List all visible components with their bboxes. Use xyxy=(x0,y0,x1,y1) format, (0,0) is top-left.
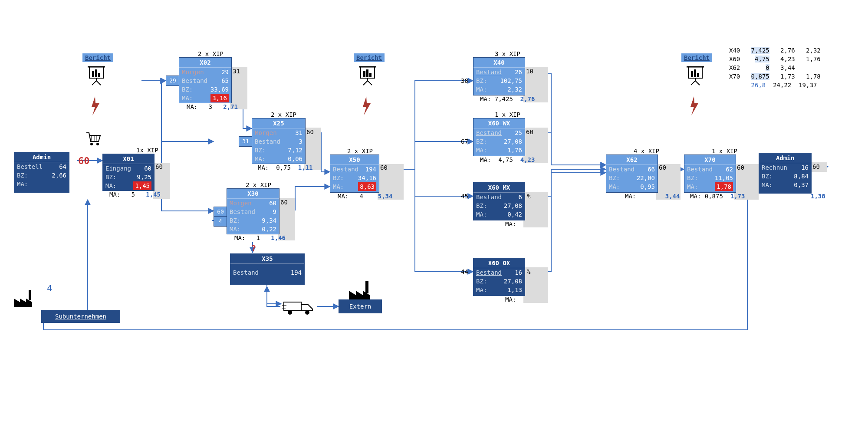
node-title: X60 WX xyxy=(473,118,525,128)
node-x30[interactable]: X30 Morgen60 Bestand9 BZ:9,34 MA:0,22 xyxy=(227,188,279,234)
flow-count: 44 xyxy=(461,268,468,275)
ma-footnote: MA: 0,875 1,73 xyxy=(690,193,777,200)
out-value: 10 xyxy=(526,68,533,75)
truck-icon xyxy=(282,299,317,316)
node-title: X25 xyxy=(252,118,305,128)
xip-label: 2 x XIP xyxy=(198,50,224,57)
ma-footnote: MA: xyxy=(505,220,592,227)
xip-label: 1x XIP xyxy=(136,147,158,154)
node-x02[interactable]: X02 Morgen29 Bestand65 BZ:33,69 MA:3,16 xyxy=(179,57,232,103)
svg-rect-19 xyxy=(694,69,696,77)
ma-footnote: MA: xyxy=(505,296,592,303)
node-title: X02 xyxy=(179,58,231,68)
node-admin-right[interactable]: Admin Rechnun16 BZ:8,84 MA:0,37 xyxy=(759,153,812,194)
node-x40[interactable]: X40 Bestand26 BZ:102,75 MA:2,32 xyxy=(473,57,525,95)
presentation-chart-icon xyxy=(358,65,377,86)
xip-label: 3 x XIP xyxy=(495,50,520,57)
ma-footnote: MA: 1 1,46 xyxy=(234,234,321,241)
svg-rect-18 xyxy=(691,71,693,77)
lightning-icon xyxy=(89,95,101,116)
side-in-60: 60 xyxy=(214,207,227,217)
side-in-4: 4 xyxy=(214,216,227,227)
node-x70[interactable]: X70 Bestand62 BZ:11,05 MA:1,78 xyxy=(684,155,736,193)
ma-footnote: 1,38 xyxy=(811,193,868,200)
input-qty-60: 60 xyxy=(78,155,90,166)
factory-icon xyxy=(347,278,372,302)
node-title: X50 xyxy=(330,155,379,165)
flow-count: 45 xyxy=(461,193,468,200)
out-value: % xyxy=(527,193,530,200)
question-mark: ? xyxy=(251,243,256,253)
node-title: X35 xyxy=(230,254,304,264)
bericht-tag-1[interactable]: Bericht xyxy=(82,53,113,62)
presentation-chart-icon xyxy=(87,65,106,86)
out-value: 60 xyxy=(306,128,314,135)
xip-label: 2 x XIP xyxy=(347,148,373,155)
out-value: 60 xyxy=(659,164,666,171)
node-x01[interactable]: X01 Eingang60 BZ:9,25 MA:1,45 xyxy=(102,154,155,191)
lightning-icon xyxy=(688,95,700,116)
out-value: 31 xyxy=(233,68,240,75)
sub-return-4: 4 xyxy=(47,283,52,293)
xip-label: 4 x XIP xyxy=(634,148,659,155)
svg-point-32 xyxy=(288,310,292,315)
node-admin-left[interactable]: Admin Bestell64 BZ:2,66 MA: xyxy=(14,152,69,193)
svg-rect-20 xyxy=(697,73,699,77)
node-extern[interactable]: Extern xyxy=(339,299,382,313)
svg-line-7 xyxy=(96,81,101,85)
out-value: 60 xyxy=(737,164,744,171)
ma-footnote: MA: 4,75 4,23 xyxy=(480,156,567,163)
node-x25[interactable]: X25 Morgen31 Bestand3 BZ:7,12 MA:0,06 xyxy=(252,118,306,164)
out-value: 60 xyxy=(526,128,533,135)
node-title: X01 xyxy=(103,154,154,164)
node-title: X40 xyxy=(473,58,525,68)
flow-count: 38 xyxy=(461,77,468,84)
node-x35[interactable]: X35 Bestand194 xyxy=(230,253,305,285)
out-value: 60 xyxy=(812,163,820,170)
svg-rect-29 xyxy=(29,290,31,300)
node-subunternehmen[interactable]: Subunternehmen xyxy=(41,310,120,323)
ma-footnote: MA: 4 5,34 xyxy=(338,193,424,200)
node-title: X60 OX xyxy=(473,258,525,268)
bericht-tag-3[interactable]: Bericht xyxy=(681,53,712,62)
svg-rect-3 xyxy=(95,69,97,77)
xip-label: 2 x XIP xyxy=(271,111,296,118)
xip-label: 1 x XIP xyxy=(712,148,737,155)
node-title: X60 MX xyxy=(473,183,525,193)
svg-rect-2 xyxy=(92,71,94,77)
node-x62[interactable]: X62 Bestand66 BZ:22,00 MA:0,95 xyxy=(606,155,658,193)
node-x50[interactable]: X50 Bestand194 BZ:34,16 MA:8,63 xyxy=(330,155,379,193)
side-in-31: 31 xyxy=(239,136,253,147)
shopping-cart-icon xyxy=(85,130,102,148)
node-title: X70 xyxy=(684,155,736,165)
svg-rect-4 xyxy=(98,73,100,77)
svg-point-24 xyxy=(90,143,93,145)
svg-line-6 xyxy=(92,81,96,85)
svg-line-23 xyxy=(695,81,700,85)
side-in-29: 29 xyxy=(166,76,180,86)
ma-footnote: MA: 5 1,45 xyxy=(109,191,196,198)
ma-footnote: MA: 3 2,71 xyxy=(187,103,273,110)
svg-rect-30 xyxy=(365,281,368,293)
ma-footnote: MA: 7,425 2,76 xyxy=(480,95,567,102)
svg-line-15 xyxy=(368,81,372,85)
svg-rect-11 xyxy=(366,69,368,77)
svg-line-14 xyxy=(363,81,368,85)
svg-point-25 xyxy=(96,143,99,145)
factory-icon xyxy=(12,286,36,308)
out-value: 60 xyxy=(155,163,163,170)
out-value: % xyxy=(527,268,530,275)
node-x60mx[interactable]: X60 MX Bestand6 BZ:27,08 MA:0,42 xyxy=(473,182,525,220)
svg-line-22 xyxy=(691,81,695,85)
node-x60wx[interactable]: X60 WX Bestand25 BZ:27,08 MA:1,76 xyxy=(473,118,525,156)
svg-rect-31 xyxy=(284,302,301,311)
presentation-chart-icon xyxy=(686,65,705,86)
out-value: 60 xyxy=(380,164,388,171)
node-title: Admin xyxy=(759,153,811,163)
node-title: X62 xyxy=(606,155,658,165)
summary-table: X40 7,425 2,76 2,32 X60 4,75 4,23 1,76 X… xyxy=(729,37,821,89)
node-title: X30 xyxy=(227,189,279,199)
node-x60ox[interactable]: X60 OX Bestand16 BZ:27,08 MA:1,13 xyxy=(473,258,525,296)
bericht-tag-2[interactable]: Bericht xyxy=(354,53,385,62)
svg-rect-12 xyxy=(369,73,372,77)
